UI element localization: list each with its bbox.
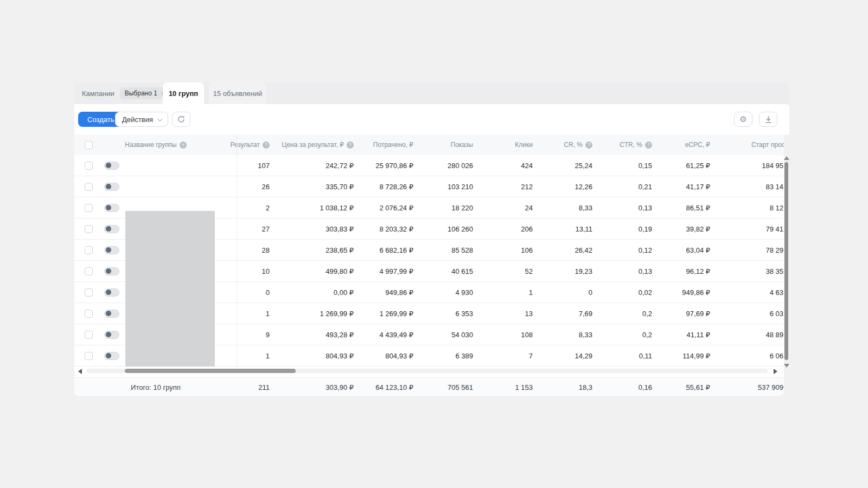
group-active-toggle[interactable] [104,267,119,275]
total-start: 537 909 [717,378,784,396]
column-header-spent[interactable]: Потрачено, ₽ [361,134,420,155]
ads-manager-panel: Кампании Выбрано 1 × 10 групп 15 объявле… [74,82,789,396]
column-header-name[interactable]: Название группы? [74,141,237,149]
cell-price: 1 038,12 ₽ [277,197,361,218]
cell-result: 9 [237,324,277,345]
cell-result: 10 [237,261,277,281]
cell-cr: 13,11 [540,219,599,239]
help-icon[interactable]: ? [180,142,187,149]
row-checkbox[interactable] [85,267,93,275]
toggle-knob [106,290,111,295]
toggle-knob [106,205,111,210]
cell-ctr: 0,13 [599,197,659,218]
group-active-toggle[interactable] [104,183,119,191]
cell-ctr: 0,19 [599,219,659,239]
row-checkbox[interactable] [85,331,93,339]
cell-cr: 14,29 [540,345,599,366]
horizontal-scroll-thumb[interactable] [125,369,296,373]
cell-clicks: 1 [480,282,540,303]
scroll-right-arrow-icon[interactable] [774,369,777,374]
scroll-up-arrow-icon[interactable] [784,156,789,160]
column-header-result[interactable]: Результат? [237,134,277,155]
refresh-icon [177,115,186,124]
toggle-knob [106,332,111,337]
group-active-toggle[interactable] [104,310,119,318]
gear-icon: ⚙ [739,114,746,124]
tab-ads[interactable]: 15 объявлений [209,82,266,104]
total-cr: 18,3 [540,378,599,396]
cell-price: 238,65 ₽ [277,240,361,260]
cell-ecpc: 949,86 ₽ [659,282,717,303]
cell-shows: 85 528 [420,240,480,260]
row-checkbox[interactable] [85,162,93,170]
cell-clicks: 106 [480,240,540,260]
download-icon [764,115,773,124]
total-ctr: 0,16 [599,378,659,396]
help-icon[interactable]: ? [347,142,354,149]
tab-groups[interactable]: 10 групп [163,82,204,104]
cell-start: 6 06 [717,345,784,366]
cell-clicks: 212 [480,176,540,197]
row-checkbox[interactable] [85,204,93,212]
tab-campaigns[interactable]: Кампании Выбрано 1 × [74,82,175,104]
cell-spent: 949,86 ₽ [361,282,420,303]
column-header-shows[interactable]: Показы [420,134,480,155]
cell-result: 1 [237,303,277,324]
chevron-down-icon [157,116,163,121]
row-checkbox[interactable] [85,288,93,297]
group-active-toggle[interactable] [104,331,119,339]
row-checkbox[interactable] [85,352,93,360]
column-header-clicks[interactable]: Клики [480,134,540,155]
column-header-price[interactable]: Цена за результат, ₽? [277,134,361,155]
settings-button[interactable]: ⚙ [734,112,752,127]
row-checkbox[interactable] [85,246,93,254]
cell-clicks: 24 [480,197,540,218]
cell-cr: 25,24 [540,155,599,176]
cell-price: 0,00 ₽ [277,282,361,303]
group-active-toggle[interactable] [104,225,119,233]
row-checkbox[interactable] [85,183,93,191]
cell-result: 0 [237,282,277,303]
group-active-toggle[interactable] [104,246,119,254]
column-header-ecpc[interactable]: eCPC, ₽ [659,134,717,155]
cell-ecpc: 41,11 ₽ [659,324,717,345]
scroll-down-arrow-icon[interactable] [784,364,789,368]
horizontal-scrollbar[interactable] [74,367,784,377]
cell-spent: 8 203,32 ₽ [361,219,420,239]
actions-dropdown[interactable]: Действия [115,112,168,127]
group-active-toggle[interactable] [104,288,119,297]
group-active-toggle[interactable] [104,204,119,212]
cell-price: 499,80 ₽ [277,261,361,281]
total-shows: 705 561 [420,378,480,396]
cell-cr: 8,33 [540,324,599,345]
toggle-knob [106,353,111,358]
export-button[interactable] [759,112,777,127]
column-header-cr[interactable]: CR, %? [540,134,599,155]
totals-footer: Итого: 10 групп 211 303,90 ₽ 64 123,10 ₽… [74,377,784,396]
cell-start: 48 89 [717,324,784,345]
column-header-start[interactable]: Старт просмотра [717,134,784,155]
cell-shows: 6 389 [420,345,480,366]
help-icon[interactable]: ? [645,142,652,149]
column-header-ctr[interactable]: CTR, %? [599,134,659,155]
row-checkbox[interactable] [85,310,93,318]
horizontal-scroll-track[interactable] [86,369,768,373]
toggle-knob [106,184,111,189]
vertical-scrollbar[interactable] [784,156,789,368]
group-active-toggle[interactable] [104,352,119,360]
toggle-knob [106,247,111,253]
vertical-scroll-thumb[interactable] [784,162,788,360]
toolbar: Создать Действия ⚙ [74,104,789,134]
cell-ctr: 0,02 [599,282,659,303]
cell-start: 83 14 [717,176,784,197]
group-active-toggle[interactable] [104,162,119,170]
scroll-left-arrow-icon[interactable] [78,369,82,374]
cell-clicks: 52 [480,261,540,281]
totals-label: Итого: 10 групп [74,383,237,391]
help-icon[interactable]: ? [263,142,270,149]
row-checkbox[interactable] [85,225,93,233]
cell-result: 26 [237,176,277,197]
refresh-button[interactable] [172,112,190,127]
cell-spent: 4 997,99 ₽ [361,261,420,281]
help-icon[interactable]: ? [585,142,592,149]
